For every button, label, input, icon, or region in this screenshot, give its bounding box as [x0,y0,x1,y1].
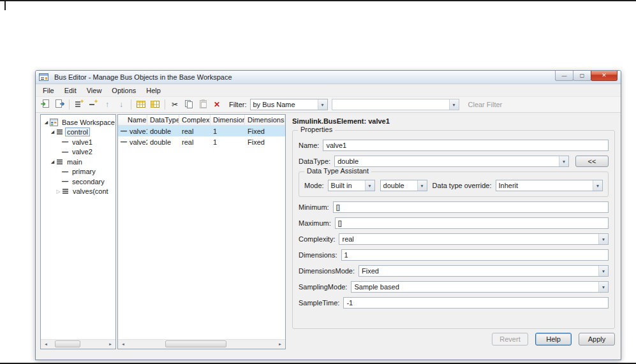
menu-options[interactable]: Options [107,85,141,96]
cut-button[interactable]: ✂ [168,98,181,111]
menu-file[interactable]: File [38,85,59,96]
delete-button[interactable]: ✕ [211,98,223,111]
apply-button[interactable]: Apply [579,333,615,346]
scroll-right-icon: ► [108,342,112,346]
scroll-left-icon: ◄ [121,342,125,346]
tree-horizontal-scrollbar[interactable]: ◄ ► [41,339,115,349]
expander-expanded-icon[interactable]: ◢ [49,129,56,135]
filter-text-combobox[interactable]: ▼ [332,99,459,110]
dimensionsmode-combobox[interactable]: Fixed ▼ [359,265,609,277]
minimize-button[interactable]: — [555,71,573,81]
move-down-icon: ↓ [119,100,123,109]
column-header-dimensions[interactable]: Dimensions [211,115,245,125]
chevron-down-icon: ▼ [559,156,568,166]
cell-datatype: double [147,126,179,136]
properties-pane: Simulink.BusElement: valve1 Properties N… [291,113,615,349]
add-element-icon [88,99,98,110]
datatype-combobox[interactable]: double ▼ [334,156,569,167]
add-bus-button[interactable] [73,98,85,111]
tree-item-valve1[interactable]: — valve1 [41,137,115,147]
column-header-name[interactable]: Name [118,115,147,125]
cell-dimensions: 1 [211,136,245,147]
scroll-right-icon: ► [278,342,282,346]
maximize-button[interactable]: ▢ [573,71,591,81]
scrollbar-track[interactable] [51,340,105,349]
dimensions-label: Dimensions: [299,251,337,259]
scroll-left-button[interactable]: ◄ [41,340,51,349]
maximum-input[interactable]: [] [335,217,609,229]
cell-dimensions: 1 [211,126,245,136]
copy-button[interactable] [182,98,195,111]
element-icon: — [62,168,68,175]
scrollbar-thumb[interactable] [55,340,80,347]
menu-help[interactable]: Help [141,85,166,96]
table-row-valve2[interactable]: —valve2 double real 1 Fixed [118,136,285,147]
mode-combobox[interactable]: Built in ▼ [328,180,375,191]
filter-label: Filter: [229,101,247,108]
paste-button[interactable] [196,98,209,111]
tree-item-valves[interactable]: ▷ valves(cont [41,187,115,197]
page-top-border [0,0,636,1]
name-label: Name: [299,142,319,149]
dimensions-input[interactable]: 1 [341,249,609,261]
move-down-button[interactable]: ↓ [115,98,128,111]
tree-item-primary[interactable]: — primary [41,167,115,177]
table-grid-icon [136,99,146,110]
maximize-icon: ▢ [580,73,585,78]
column-header-complexity[interactable]: Complexity [179,115,211,125]
chevron-down-icon: ▼ [598,282,608,292]
export-icon [54,99,64,110]
scroll-left-button[interactable]: ◄ [118,340,128,349]
expander-expanded-icon[interactable]: ◢ [49,159,56,164]
tree-item-secondary[interactable]: — secondary [41,177,115,187]
scroll-right-button[interactable]: ► [105,340,115,349]
close-button[interactable]: ✕ [591,71,618,81]
menu-edit[interactable]: Edit [59,85,82,96]
filter-text-value [332,99,449,110]
tree-item-main[interactable]: ◢ main [41,157,115,167]
scroll-right-button[interactable]: ► [275,340,285,349]
tree-item-valve2[interactable]: — valve2 [41,147,115,157]
properties-group-label: Properties [298,126,335,133]
minimum-input[interactable]: [] [333,201,609,213]
expander-expanded-icon[interactable]: ◢ [43,120,50,125]
column-header-datatype[interactable]: DataType [147,115,179,125]
add-bus-element-button[interactable] [87,98,100,111]
chevron-down-icon: ▼ [417,180,427,191]
help-button[interactable]: Help [535,333,572,346]
bus-elements-table: Name DataType Complexity Dimensions Dime… [117,114,286,349]
complexity-combobox[interactable]: real ▼ [339,233,609,245]
data-type-assistant-label: Data Type Assistant [304,167,371,175]
chevron-down-icon: ▼ [598,234,608,244]
scrollbar-thumb[interactable] [165,340,226,347]
sampletime-input[interactable]: -1 [343,297,609,309]
filter-type-select[interactable]: by Bus Name ▼ [250,99,328,110]
assistant-type-combobox[interactable]: double ▼ [380,180,427,191]
clear-filter-button[interactable]: Clear Filter [468,101,503,108]
import-button[interactable] [39,98,52,111]
table-horizontal-scrollbar[interactable]: ◄ ► [118,339,285,349]
show-hierarchy-button[interactable] [149,98,161,111]
collapse-assistant-button[interactable]: << [575,156,609,167]
tree-item-control[interactable]: ◢ control [41,127,115,138]
caption-buttons: — ▢ ✕ [556,71,618,84]
data-type-override-combobox[interactable]: Inherit ▼ [496,180,603,191]
samplingmode-combobox[interactable]: Sample based ▼ [351,281,609,293]
name-input[interactable]: valve1 [323,140,609,151]
export-button[interactable] [53,98,66,111]
element-icon: — [121,138,127,145]
show-cells-button[interactable] [135,98,147,111]
menu-view[interactable]: View [82,85,107,96]
move-up-button[interactable]: ↑ [101,98,114,111]
expander-collapsed-icon[interactable]: ▷ [55,189,62,194]
cell-complexity: real [179,136,211,147]
table-row-valve1[interactable]: —valve1 double real 1 Fixed [118,126,285,136]
tree-item-base-workspace[interactable]: ◢ Base Workspace [41,117,115,127]
scrollbar-track[interactable] [128,340,275,349]
column-header-dimensionsmode[interactable]: DimensionsMode [245,115,285,125]
cut-icon: ✂ [172,100,178,109]
titlebar[interactable]: Bus Editor - Manage Bus Objects in the B… [36,71,621,84]
scroll-left-icon: ◄ [44,342,48,346]
revert-button[interactable]: Revert [492,333,528,346]
bus-icon [62,188,69,194]
